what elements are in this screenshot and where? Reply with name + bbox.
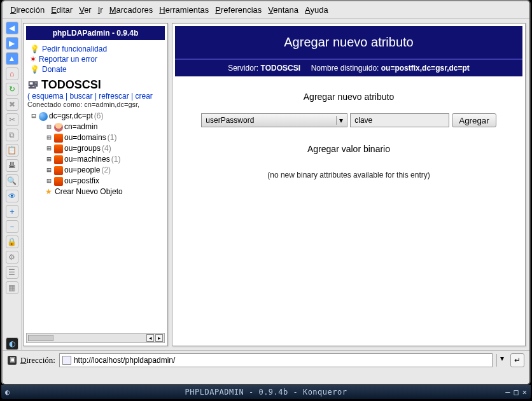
node-label: ou=groups <box>64 143 101 154</box>
copy-icon[interactable]: ⧉ <box>6 129 18 141</box>
collapse-icon[interactable]: ⊟ <box>30 111 38 122</box>
bug-icon: ✶ <box>30 54 36 64</box>
back-icon[interactable]: ◀ <box>6 22 18 34</box>
zoom-in-icon[interactable]: ＋ <box>6 205 18 218</box>
menu-herramientas[interactable]: Herramientas <box>157 4 211 16</box>
sidebar-links: 💡Pedir funcionalidad ✶Reportar un error … <box>24 43 167 77</box>
connected-value: cn=admin,dc=gsr, <box>84 101 139 108</box>
group-icon <box>54 166 63 175</box>
tree-root[interactable]: ⊟ dc=gsr,dc=pt (6) <box>30 111 164 122</box>
action-refrescar[interactable]: refrescar <box>99 92 129 101</box>
tool3-icon[interactable]: ▦ <box>6 281 18 294</box>
person-icon <box>54 123 63 132</box>
window-title-text: PHPLDAPADMIN - 0.9.4b - Konqueror <box>185 388 347 397</box>
node-label: cn=admin <box>64 122 97 132</box>
tool2-icon[interactable]: ☰ <box>6 266 18 279</box>
window-frame: Dirección Editar Ver Ir Marcadores Herra… <box>1 0 531 385</box>
minimize-icon[interactable]: — <box>505 388 510 397</box>
workspace: ◀ ▶ ▲ ⌂ ↻ ✖ ✂ ⧉ 📋 🖶 🔍 👁 ＋ － 🔒 ⚙ ☰ ▦ ◐ ph… <box>3 19 529 350</box>
stop-icon[interactable]: ✖ <box>6 98 18 111</box>
tree-node-postfix[interactable]: ⊞ou=postfix <box>45 176 164 186</box>
bulb-icon: 💡 <box>30 44 39 54</box>
expand-icon[interactable]: ⊞ <box>45 165 53 176</box>
home-icon[interactable]: ⌂ <box>6 67 18 80</box>
tree-node-people[interactable]: ⊞ou=people (2) <box>45 165 164 176</box>
expand-icon[interactable]: ⊞ <box>45 143 53 154</box>
node-label: ou=postfix <box>64 176 99 186</box>
menu-ayuda[interactable]: Ayuda <box>302 4 331 16</box>
menu-direccion[interactable]: Dirección <box>8 4 47 16</box>
scroll-thumb[interactable] <box>28 335 53 341</box>
address-input[interactable]: http://localhost/phpldapadmin/ <box>59 353 493 367</box>
zoom-out-icon[interactable]: － <box>6 220 18 233</box>
cut-icon[interactable]: ✂ <box>6 113 18 126</box>
menu-ver[interactable]: Ver <box>76 4 94 16</box>
server-icon: 🖳 <box>27 78 39 92</box>
app-icon: ◐ <box>5 388 10 397</box>
forward-icon[interactable]: ▶ <box>6 37 18 50</box>
main-body: Agregar nuevo atributo userPassword ▾ cl… <box>172 76 525 195</box>
group-icon <box>54 144 63 153</box>
scroll-right-icon[interactable]: ▸ <box>155 334 163 342</box>
paste-icon[interactable]: 📋 <box>6 144 18 157</box>
sidebar-panel: phpLDAPadmin - 0.9.4b 💡Pedir funcionalid… <box>23 23 168 346</box>
tree-node-groups[interactable]: ⊞ou=groups (4) <box>45 143 164 154</box>
tree-root-label: dc=gsr,dc=pt <box>49 111 93 122</box>
link-donate[interactable]: Donate <box>42 64 67 74</box>
up-icon[interactable]: ▲ <box>6 52 18 65</box>
chevron-down-icon[interactable]: ▾ <box>336 116 343 125</box>
menu-ir[interactable]: Ir <box>95 4 106 16</box>
action-esquema[interactable]: esquema <box>32 92 63 101</box>
tree-root-count: (6) <box>94 111 104 122</box>
expand-icon[interactable]: ⊞ <box>45 122 53 132</box>
connected-as: Conectado como: cn=admin,dc=gsr, <box>27 101 164 108</box>
find-icon[interactable]: 🔍 <box>6 174 18 187</box>
node-label: ou=machines <box>64 154 110 165</box>
node-count: (1) <box>108 132 117 143</box>
tree-node-machines[interactable]: ⊞ou=machines (1) <box>45 154 164 165</box>
view-icon[interactable]: 👁 <box>6 190 18 202</box>
action-crear[interactable]: crear <box>135 92 152 101</box>
security-icon[interactable]: 🔒 <box>6 236 18 248</box>
menu-preferencias[interactable]: Preferencias <box>213 4 264 16</box>
maximize-icon[interactable]: □ <box>514 388 519 397</box>
binary-note: (no new binary attributes available for … <box>179 171 519 179</box>
section-add-binary: Agregar valor binario <box>179 144 519 154</box>
clear-address-icon[interactable]: ▣ <box>8 356 17 365</box>
print-icon[interactable]: 🖶 <box>6 159 18 172</box>
menu-marcadores[interactable]: Marcadores <box>107 4 156 16</box>
create-new-object[interactable]: ★ Crear Nuevo Objeto <box>30 186 164 197</box>
link-report-error[interactable]: Reportar un error <box>39 54 97 64</box>
menu-ventana[interactable]: Ventana <box>265 4 301 16</box>
go-button[interactable]: ↵ <box>510 353 524 367</box>
action-buscar[interactable]: buscar <box>70 92 93 101</box>
window-titlebar[interactable]: ◐ PHPLDAPADMIN - 0.9.4b - Konqueror — □ … <box>1 385 531 399</box>
tree-node-domains[interactable]: ⊞ou=domains (1) <box>45 132 164 143</box>
bulb-icon: 💡 <box>30 64 39 74</box>
close-icon[interactable]: ✕ <box>522 388 527 397</box>
horizontal-scrollbar[interactable]: ◂ ▸ <box>26 333 165 343</box>
reload-icon[interactable]: ↻ <box>6 83 18 95</box>
expand-icon[interactable]: ⊞ <box>45 176 53 186</box>
address-label: Dirección: <box>20 355 55 365</box>
sep: | <box>93 92 99 101</box>
add-attribute-button[interactable]: Agregar <box>452 113 496 127</box>
page-favicon-icon <box>62 356 71 365</box>
dn-label: Nombre distinguido: <box>311 64 379 73</box>
paren: ( <box>27 92 30 101</box>
page-subheader: Servidor: TODOSCSI Nombre distinguido: o… <box>175 59 522 76</box>
address-history-dropdown[interactable]: ▾ <box>496 354 507 367</box>
attribute-form-row: userPassword ▾ clave Agregar <box>179 113 519 127</box>
menu-editar[interactable]: Editar <box>48 4 75 16</box>
attribute-select[interactable]: userPassword ▾ <box>201 113 347 127</box>
group-icon <box>54 134 63 143</box>
tree-node-admin[interactable]: ⊞cn=admin <box>45 122 164 132</box>
server-title: 🖳 TODOSCSI <box>27 78 164 92</box>
sep: | <box>129 92 136 101</box>
expand-icon[interactable]: ⊞ <box>45 154 53 165</box>
expand-icon[interactable]: ⊞ <box>45 132 53 143</box>
link-request-feature[interactable]: Pedir funcionalidad <box>42 44 107 54</box>
attribute-value-input[interactable]: clave <box>350 113 449 127</box>
tool1-icon[interactable]: ⚙ <box>6 251 18 264</box>
scroll-left-icon[interactable]: ◂ <box>146 334 154 342</box>
